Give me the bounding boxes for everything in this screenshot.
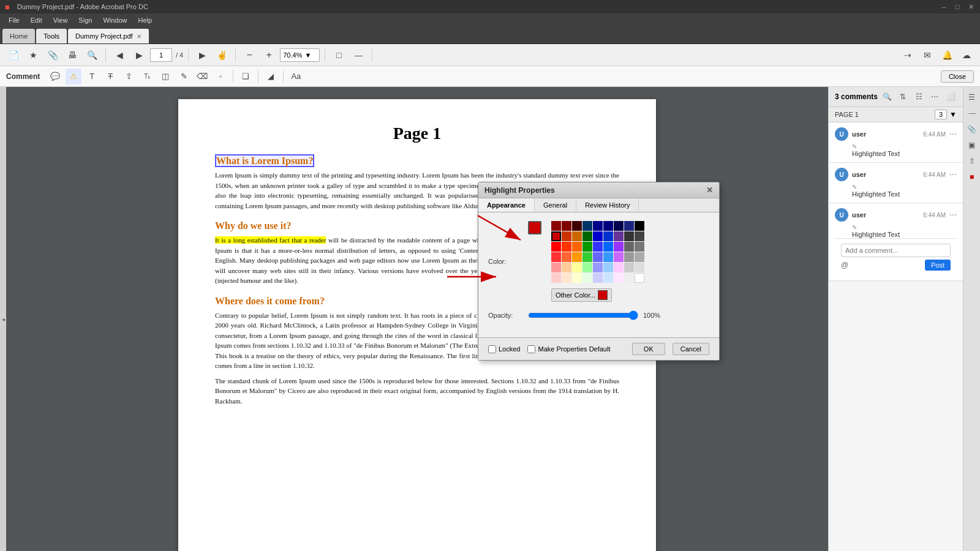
- color-cell[interactable]: [603, 242, 613, 252]
- comment-2-menu[interactable]: ⋯: [949, 170, 957, 179]
- sort-comments-icon[interactable]: ⇅: [897, 91, 909, 103]
- tab-home[interactable]: Home: [2, 29, 35, 43]
- color-cell[interactable]: [614, 221, 624, 231]
- highlight-button[interactable]: ⚠: [66, 69, 81, 84]
- other-color-button[interactable]: Other Color...: [551, 288, 612, 302]
- color-cell[interactable]: [603, 221, 613, 231]
- color-cell[interactable]: [624, 231, 634, 241]
- dialog-close-button[interactable]: ✕: [706, 186, 713, 195]
- bookmark-button[interactable]: ★: [24, 47, 42, 64]
- close-button[interactable]: ✕: [967, 2, 975, 11]
- prev-button[interactable]: ◀: [111, 47, 128, 64]
- filter-comments-icon[interactable]: ☷: [913, 91, 925, 103]
- color-cell[interactable]: [593, 273, 603, 283]
- color-cell[interactable]: [562, 273, 571, 283]
- color-cell[interactable]: [551, 242, 561, 252]
- locked-checkbox[interactable]: [488, 345, 496, 353]
- color-cell[interactable]: [624, 242, 634, 252]
- zoom-in-button[interactable]: +: [260, 47, 277, 64]
- color-fill-button[interactable]: ◢: [263, 69, 279, 84]
- window-controls[interactable]: – □ ✕: [940, 2, 975, 11]
- color-cell[interactable]: [624, 263, 634, 272]
- color-cell[interactable]: [582, 273, 592, 283]
- filter-dropdown-icon[interactable]: ▼: [949, 110, 957, 119]
- post-comment-button[interactable]: Post: [925, 260, 951, 271]
- menu-file[interactable]: File: [4, 15, 24, 25]
- locked-checkbox-label[interactable]: Locked: [488, 345, 520, 353]
- at-mention-button[interactable]: @: [841, 261, 848, 269]
- color-cell[interactable]: [572, 221, 582, 231]
- color-cell[interactable]: [635, 242, 644, 252]
- add-comment-input[interactable]: [841, 244, 951, 257]
- color-cell[interactable]: [624, 273, 634, 283]
- color-cell[interactable]: [572, 252, 582, 262]
- color-cell[interactable]: [614, 231, 624, 241]
- redline-icon[interactable]: ■: [965, 170, 979, 184]
- color-cell[interactable]: [551, 263, 561, 272]
- color-cell[interactable]: [603, 273, 613, 283]
- color-cell[interactable]: [582, 263, 592, 272]
- color-cell[interactable]: [624, 252, 634, 262]
- cloud-button[interactable]: ☁: [958, 47, 975, 64]
- menu-sign[interactable]: Sign: [74, 15, 97, 25]
- color-cell[interactable]: [624, 221, 634, 231]
- collapse-panel-icon[interactable]: ⬜: [944, 91, 957, 103]
- attachments-icon[interactable]: 📎: [965, 122, 979, 136]
- new-file-button[interactable]: 📄: [5, 47, 22, 64]
- stamp-button[interactable]: ❏: [238, 69, 254, 84]
- eraser-button[interactable]: ⌫: [194, 69, 210, 84]
- dialog-tab-review[interactable]: Review History: [576, 198, 639, 212]
- color-cell[interactable]: [582, 221, 592, 231]
- print-button[interactable]: 🖶: [64, 47, 81, 64]
- color-cell[interactable]: [562, 252, 571, 262]
- zoom-select[interactable]: 70.4% ▼: [280, 48, 320, 62]
- accessibility-button[interactable]: Aa: [288, 69, 304, 84]
- color-cell[interactable]: [635, 252, 644, 262]
- maximize-button[interactable]: □: [953, 2, 962, 11]
- comment-1-menu[interactable]: ⋯: [949, 130, 957, 138]
- color-cell[interactable]: [603, 231, 613, 241]
- replace-text-button[interactable]: T₁: [139, 69, 155, 84]
- comment-3-menu[interactable]: ⋯: [949, 211, 957, 219]
- color-cell[interactable]: [635, 273, 644, 283]
- more-options-icon[interactable]: ⋯: [929, 91, 941, 103]
- color-cell[interactable]: [551, 273, 561, 283]
- email-button[interactable]: ✉: [919, 47, 936, 64]
- left-panel-toggle[interactable]: ◂: [0, 87, 6, 551]
- color-cell[interactable]: [635, 231, 644, 241]
- menu-view[interactable]: View: [48, 15, 73, 25]
- close-comment-toolbar-button[interactable]: Close: [941, 70, 974, 83]
- tab-tools[interactable]: Tools: [36, 29, 67, 43]
- pdf-viewer[interactable]: Page 1 What is Lorem Ipsum? Lorem Ipsum …: [6, 87, 828, 551]
- search-button[interactable]: 🔍: [83, 47, 100, 64]
- tab-document[interactable]: Dummy Project.pdf ✕: [68, 29, 149, 43]
- color-cell[interactable]: [572, 231, 582, 241]
- color-cell[interactable]: [614, 242, 624, 252]
- tab-close-icon[interactable]: ✕: [137, 33, 141, 40]
- color-cell[interactable]: [572, 242, 582, 252]
- color-cell[interactable]: [614, 273, 624, 283]
- sticky-note-button[interactable]: 💬: [47, 69, 63, 84]
- color-cell[interactable]: [562, 242, 571, 252]
- color-cell[interactable]: [593, 231, 603, 241]
- share-icon[interactable]: ⇧: [965, 154, 979, 168]
- color-cell[interactable]: [603, 263, 613, 272]
- color-cell[interactable]: [572, 273, 582, 283]
- color-cell[interactable]: [614, 252, 624, 262]
- color-cell[interactable]: [562, 263, 571, 272]
- color-cell[interactable]: [593, 242, 603, 252]
- color-cell[interactable]: [582, 252, 592, 262]
- make-default-checkbox-label[interactable]: Make Properties Default: [527, 345, 610, 353]
- opacity-slider[interactable]: [528, 310, 638, 320]
- dialog-tab-general[interactable]: General: [535, 198, 576, 212]
- bookmarks-icon[interactable]: ☰: [965, 91, 979, 104]
- attachment-button[interactable]: 📎: [44, 47, 61, 64]
- color-cell[interactable]: [593, 252, 603, 262]
- color-cell[interactable]: [614, 263, 624, 272]
- color-cell[interactable]: [593, 221, 603, 231]
- pages-icon[interactable]: ▣: [965, 138, 979, 152]
- color-cell[interactable]: [603, 252, 613, 262]
- color-cell[interactable]: [593, 263, 603, 272]
- color-cell[interactable]: [582, 231, 592, 241]
- search-comments-icon[interactable]: 🔍: [881, 91, 893, 103]
